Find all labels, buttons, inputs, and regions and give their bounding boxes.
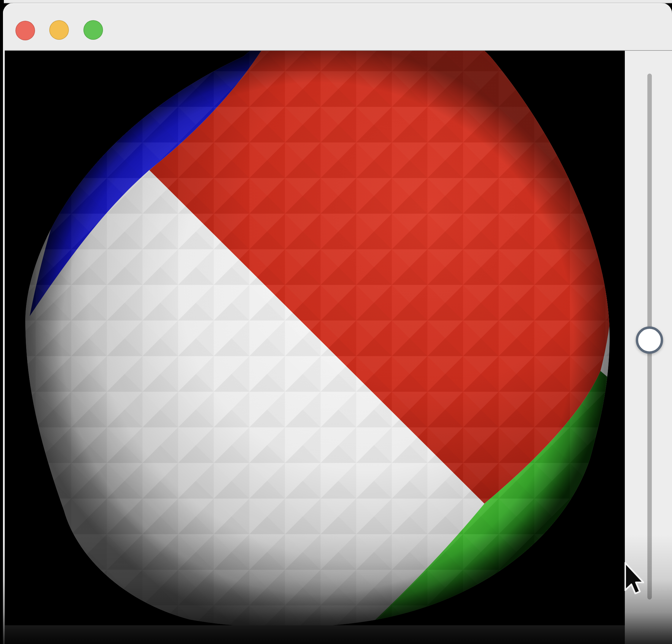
close-button[interactable] [15,21,35,40]
arrow-cursor-icon [624,561,644,594]
sphere-rim-shadow [25,51,610,625]
titlebar[interactable] [3,3,672,50]
gl-viewport[interactable] [5,51,625,625]
bottom-bar-shading [5,625,625,644]
minimize-button[interactable] [49,20,69,40]
window-bottom-bar [5,625,625,644]
sphere-render [5,51,625,625]
zoom-button[interactable] [83,20,103,40]
slider-thumb[interactable] [636,326,663,354]
titlebar-divider [5,50,672,51]
screen [0,0,672,644]
